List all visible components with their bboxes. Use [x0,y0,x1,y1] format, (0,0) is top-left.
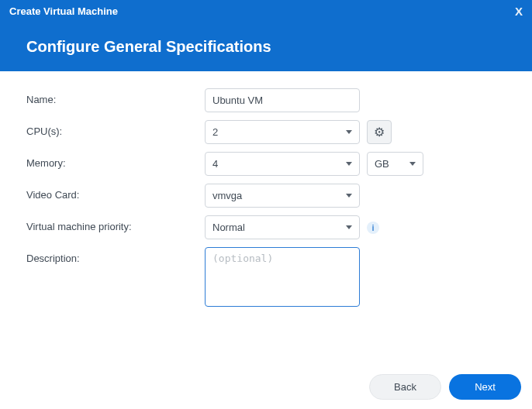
cpu-advanced-button[interactable]: ⚙ [367,120,392,144]
row-memory: Memory: 4 GB [26,152,506,176]
dialog-title: Create Virtual Machine [9,5,118,17]
chevron-down-icon [346,162,352,166]
description-field[interactable] [205,247,360,307]
row-description: Description: [26,247,506,307]
close-icon[interactable]: X [515,5,523,18]
row-name: Name: [26,88,506,112]
priority-value: Normal [212,222,245,233]
chevron-down-icon [409,162,416,166]
chevron-down-icon [346,225,352,229]
step-heading: Configure General Specifications [26,38,271,56]
label-name: Name: [26,88,205,105]
label-priority: Virtual machine priority: [26,215,205,232]
next-button[interactable]: Next [449,374,521,400]
priority-select[interactable]: Normal [205,215,360,239]
create-vm-wizard: Create Virtual Machine X Configure Gener… [0,0,532,409]
label-memory: Memory: [26,152,205,169]
chevron-down-icon [346,194,352,198]
videocard-select[interactable]: vmvga [205,184,360,208]
memory-unit: GB [375,158,389,170]
info-icon[interactable]: i [367,222,379,234]
label-videocard: Video Card: [26,184,205,201]
name-field[interactable] [205,88,360,112]
cpus-select[interactable]: 2 [205,120,360,144]
step-header: Configure General Specifications [0,22,532,71]
back-button[interactable]: Back [369,374,441,400]
row-cpus: CPU(s): 2 ⚙ [26,120,506,144]
cpus-value: 2 [212,126,218,138]
form-area: Name: CPU(s): 2 ⚙ Memory: 4 [0,71,532,364]
label-cpus: CPU(s): [26,120,205,137]
memory-value: 4 [212,158,218,170]
row-priority: Virtual machine priority: Normal i [26,215,506,239]
dialog-footer: Back Next [0,364,532,409]
label-description: Description: [26,247,205,264]
chevron-down-icon [346,130,352,134]
dialog-titlebar: Create Virtual Machine X [0,0,532,22]
memory-select[interactable]: 4 [205,152,360,176]
memory-unit-select[interactable]: GB [367,152,423,176]
videocard-value: vmvga [212,190,242,201]
gear-icon: ⚙ [374,125,385,139]
row-videocard: Video Card: vmvga [26,184,506,208]
